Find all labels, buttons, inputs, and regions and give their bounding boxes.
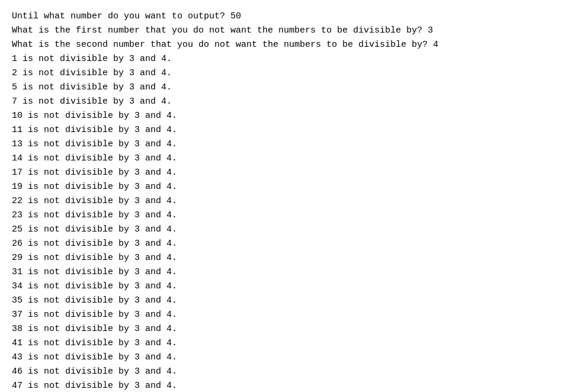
output-line: 2 is not divisible by 3 and 4. bbox=[12, 66, 562, 81]
output-line: 46 is not divisible by 3 and 4. bbox=[12, 365, 562, 379]
output-line: 19 is not divisible by 3 and 4. bbox=[12, 180, 562, 194]
output-line: 13 is not divisible by 3 and 4. bbox=[12, 137, 562, 152]
output-line: Until what number do you want to output?… bbox=[12, 9, 562, 24]
output-line: 22 is not divisible by 3 and 4. bbox=[12, 194, 562, 208]
output-line: 43 is not divisible by 3 and 4. bbox=[12, 351, 562, 365]
output-line: 38 is not divisible by 3 and 4. bbox=[12, 322, 562, 336]
output-line: 11 is not divisible by 3 and 4. bbox=[12, 123, 562, 137]
output-line: 26 is not divisible by 3 and 4. bbox=[12, 237, 562, 251]
output-line: 7 is not divisible by 3 and 4. bbox=[12, 95, 562, 109]
output-line: 14 is not divisible by 3 and 4. bbox=[12, 152, 562, 166]
output-line: 47 is not divisible by 3 and 4. bbox=[12, 379, 562, 392]
output-line: 1 is not divisible by 3 and 4. bbox=[12, 52, 562, 66]
output-container: Until what number do you want to output?… bbox=[12, 9, 562, 392]
output-line: 37 is not divisible by 3 and 4. bbox=[12, 308, 562, 322]
output-line: What is the second number that you do no… bbox=[12, 38, 562, 52]
output-line: 41 is not divisible by 3 and 4. bbox=[12, 336, 562, 351]
output-line: 29 is not divisible by 3 and 4. bbox=[12, 251, 562, 265]
output-line: 23 is not divisible by 3 and 4. bbox=[12, 208, 562, 223]
output-line: 34 is not divisible by 3 and 4. bbox=[12, 279, 562, 294]
output-line: 31 is not divisible by 3 and 4. bbox=[12, 265, 562, 279]
output-line: What is the first number that you do not… bbox=[12, 24, 562, 38]
output-line: 35 is not divisible by 3 and 4. bbox=[12, 294, 562, 308]
output-line: 10 is not divisible by 3 and 4. bbox=[12, 109, 562, 123]
output-line: 17 is not divisible by 3 and 4. bbox=[12, 166, 562, 180]
output-line: 5 is not divisible by 3 and 4. bbox=[12, 81, 562, 95]
output-line: 25 is not divisible by 3 and 4. bbox=[12, 223, 562, 237]
